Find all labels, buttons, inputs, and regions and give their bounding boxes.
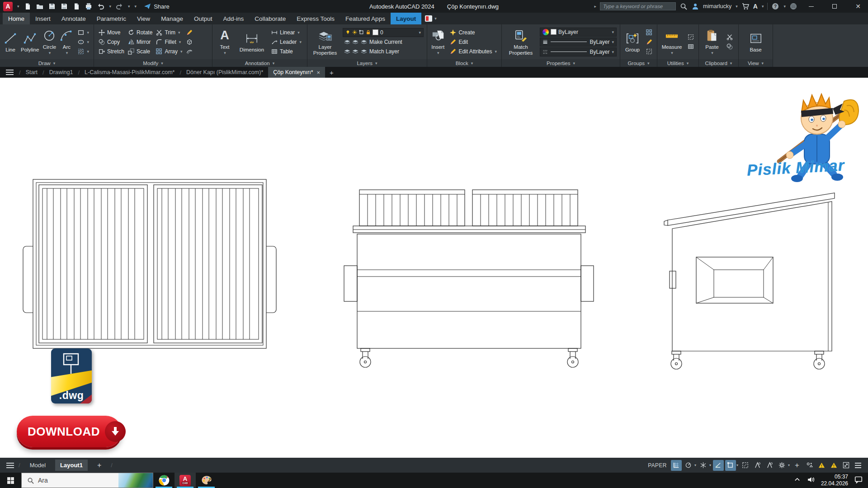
grid-display-toggle[interactable] bbox=[671, 460, 682, 471]
file-tab-drawing1[interactable]: Drawing1 bbox=[44, 67, 78, 78]
qat-customize-caret-icon[interactable]: ▾ bbox=[135, 4, 137, 9]
open-file-icon[interactable] bbox=[36, 2, 44, 10]
linetype-dropdown[interactable]: ByLayer▾ bbox=[540, 47, 617, 56]
save-icon[interactable] bbox=[48, 2, 56, 10]
maximize-button[interactable] bbox=[825, 0, 844, 13]
array-tool[interactable]: Array▾ bbox=[155, 47, 184, 56]
layer-properties-button[interactable]: Layer Properties bbox=[311, 26, 340, 58]
file-tab-calisma-masasi[interactable]: L-Calisma-Masasi-PislikMimar.com* bbox=[80, 67, 179, 78]
fillet-tool[interactable]: Fillet▾ bbox=[155, 38, 184, 46]
autodesk-a-icon[interactable]: A bbox=[753, 3, 758, 10]
ribbon-display-toggle[interactable]: ▾ bbox=[421, 13, 440, 24]
new-layout-button[interactable]: + bbox=[92, 459, 106, 472]
autodesk-menu-caret-icon[interactable]: ▾ bbox=[762, 4, 764, 9]
search-box-daily-image[interactable] bbox=[118, 473, 153, 488]
redo-caret-icon[interactable]: ▾ bbox=[128, 4, 130, 9]
ellipse-tool[interactable]: ▾ bbox=[76, 38, 90, 46]
match-layer-button[interactable]: Match Layer bbox=[343, 47, 424, 56]
panel-label-annotation[interactable]: Annotation▾ bbox=[212, 59, 307, 67]
group-edit-button[interactable] bbox=[645, 38, 654, 46]
erase-tool[interactable] bbox=[185, 28, 194, 37]
ribbon-tab-featured-apps[interactable]: Featured Apps bbox=[340, 13, 391, 24]
undo-caret-icon[interactable]: ▾ bbox=[109, 4, 112, 9]
panel-label-layers[interactable]: Layers▾ bbox=[307, 59, 427, 67]
ribbon-tab-collaborate[interactable]: Collaborate bbox=[249, 13, 291, 24]
windows-start-button[interactable] bbox=[0, 473, 21, 488]
panel-label-utilities[interactable]: Utilities▾ bbox=[657, 59, 698, 67]
print-icon[interactable] bbox=[85, 2, 93, 10]
edit-attributes-button[interactable]: Edit Attributes▾ bbox=[448, 47, 498, 56]
selection-cycling-toggle[interactable] bbox=[740, 460, 751, 471]
search-icon[interactable] bbox=[679, 2, 688, 10]
paste-button[interactable]: Paste▾ bbox=[702, 26, 722, 58]
file-tab-cop-konteyniri[interactable]: Çöp Konteynırı*× bbox=[268, 67, 325, 78]
close-tab-icon[interactable]: × bbox=[317, 69, 321, 76]
annotation-visibility-toggle[interactable] bbox=[752, 460, 763, 471]
panel-label-clipboard[interactable]: Clipboard▾ bbox=[699, 59, 738, 67]
tray-expand-chevron-icon[interactable] bbox=[794, 476, 801, 485]
ribbon-tab-output[interactable]: Output bbox=[189, 13, 218, 24]
layout1-tab[interactable]: Layout1 bbox=[55, 460, 88, 471]
leader-tool[interactable]: Leader▾ bbox=[270, 38, 303, 46]
match-properties-button[interactable]: Match Properties bbox=[505, 26, 537, 58]
ungroup-button[interactable] bbox=[645, 28, 654, 37]
circle-tool[interactable]: Circle▾ bbox=[42, 26, 57, 58]
new-drawing-tab-button[interactable]: + bbox=[325, 67, 338, 78]
trim-tool[interactable]: Trim▾ bbox=[155, 28, 184, 37]
ribbon-tab-layout[interactable]: Layout bbox=[391, 13, 421, 24]
snap-mode-toggle[interactable] bbox=[683, 460, 694, 471]
offset-tool[interactable] bbox=[185, 47, 194, 56]
plot-icon[interactable] bbox=[72, 2, 80, 10]
workspace-switch-gear[interactable] bbox=[777, 460, 788, 471]
taskbar-search-input[interactable]: Ara bbox=[21, 473, 153, 488]
ribbon-tab-home[interactable]: Home bbox=[3, 13, 30, 24]
panel-label-view[interactable]: View▾ bbox=[739, 59, 773, 67]
layer-on-bulb-icon[interactable] bbox=[345, 30, 350, 35]
text-tool[interactable]: AText▾ bbox=[216, 26, 234, 58]
annotation-monitor-warning[interactable] bbox=[828, 460, 839, 471]
ribbon-tab-insert[interactable]: Insert bbox=[30, 13, 56, 24]
quick-calc-button[interactable] bbox=[686, 42, 695, 51]
table-tool[interactable]: Table bbox=[270, 47, 303, 56]
user-menu-caret-icon[interactable]: ▾ bbox=[736, 4, 738, 9]
layer-dropdown-caret-icon[interactable]: ▾ bbox=[419, 30, 421, 35]
help-search-input[interactable]: Type a keyword or phrase bbox=[600, 2, 676, 10]
panel-label-draw[interactable]: Draw▾ bbox=[0, 59, 94, 67]
create-block-button[interactable]: Create bbox=[448, 28, 498, 37]
ribbon-tab-annotate[interactable]: Annotate bbox=[56, 13, 91, 24]
isometric-drafting-toggle[interactable] bbox=[698, 460, 709, 471]
model-tab[interactable]: Model bbox=[25, 460, 51, 471]
linear-dimension-tool[interactable]: Linear▾ bbox=[270, 28, 303, 37]
download-button[interactable]: DOWNLOAD bbox=[17, 416, 122, 447]
annotation-autoscale-toggle[interactable] bbox=[764, 460, 775, 471]
taskbar-app-paint[interactable] bbox=[196, 473, 217, 488]
panel-label-properties[interactable]: Properties▾ bbox=[502, 59, 620, 67]
group-selection-button[interactable] bbox=[645, 47, 654, 56]
dimension-tool[interactable]: Dimension bbox=[237, 26, 267, 58]
scale-tool[interactable]: Scale bbox=[127, 47, 154, 56]
rectangle-tool[interactable]: ▾ bbox=[76, 28, 90, 37]
undo-icon[interactable] bbox=[97, 2, 105, 10]
rotate-tool[interactable]: Rotate bbox=[127, 28, 154, 37]
arc-tool[interactable]: Arc▾ bbox=[60, 26, 73, 58]
layer-thaw-sun-icon[interactable] bbox=[352, 30, 357, 35]
panel-label-modify[interactable]: Modify▾ bbox=[94, 59, 212, 67]
panel-label-block[interactable]: Block▾ bbox=[427, 59, 501, 67]
move-tool[interactable]: Move bbox=[97, 28, 126, 37]
file-tabs-menu-button[interactable] bbox=[0, 67, 19, 78]
autocad-app-menu-icon[interactable]: A bbox=[3, 2, 13, 11]
object-color-dropdown[interactable]: ByLayer▾ bbox=[540, 28, 617, 37]
copy-clip-button[interactable] bbox=[725, 42, 734, 51]
username[interactable]: mimarlucky bbox=[703, 3, 731, 9]
volume-icon[interactable] bbox=[807, 476, 815, 485]
status-customization-menu[interactable] bbox=[853, 460, 863, 471]
ribbon-tab-view[interactable]: View bbox=[132, 13, 156, 24]
ribbon-tab-addins[interactable]: Add-ins bbox=[217, 13, 249, 24]
copy-tool[interactable]: Copy bbox=[97, 38, 126, 46]
object-snap-toggle[interactable] bbox=[725, 460, 736, 471]
taskbar-app-chrome[interactable] bbox=[153, 473, 175, 488]
ribbon-tab-parametric[interactable]: Parametric bbox=[91, 13, 132, 24]
layer-viewport-icon[interactable] bbox=[359, 30, 364, 35]
minimize-button[interactable] bbox=[801, 0, 821, 13]
ribbon-tab-express-tools[interactable]: Express Tools bbox=[291, 13, 340, 24]
